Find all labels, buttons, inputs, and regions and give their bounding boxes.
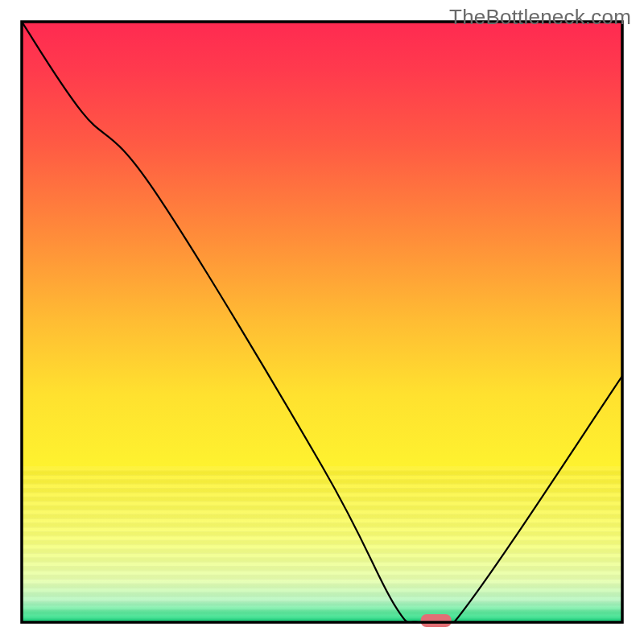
watermark-label: TheBottleneck.com bbox=[449, 5, 631, 30]
gradient-banding bbox=[22, 466, 622, 623]
bottleneck-chart: TheBottleneck.com bbox=[0, 0, 644, 644]
current-position-marker bbox=[421, 614, 452, 627]
chart-svg bbox=[0, 0, 644, 644]
